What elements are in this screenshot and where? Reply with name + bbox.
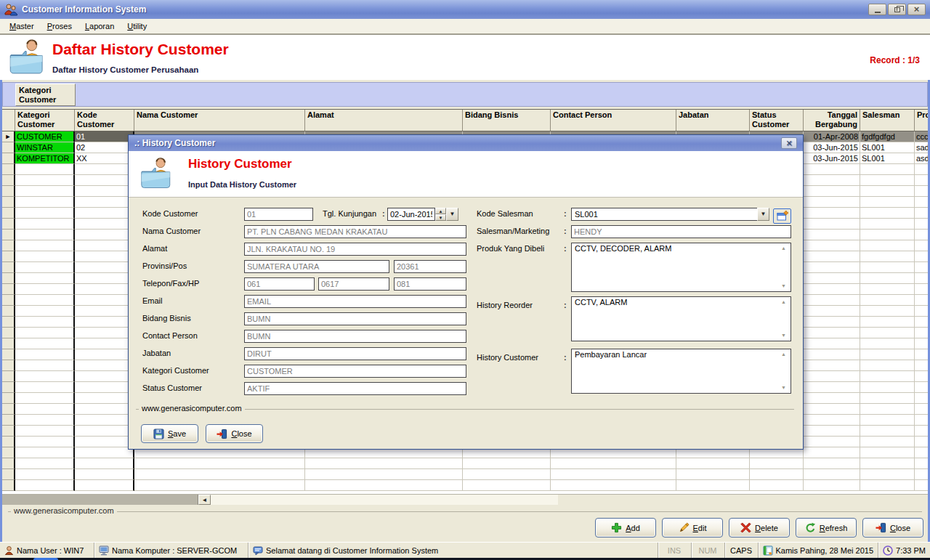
salesman-marketing-field[interactable] bbox=[571, 225, 791, 238]
scroll-up-icon[interactable]: ▲ bbox=[781, 299, 801, 304]
date-spin-down-button[interactable]: ▼ bbox=[435, 214, 446, 221]
history-reorder-textarea[interactable]: CCTV, ALARM bbox=[571, 296, 791, 341]
kode-salesman-dropdown-button[interactable]: ▼ bbox=[757, 208, 769, 221]
scroll-down-icon[interactable]: ▼ bbox=[781, 333, 801, 338]
save-button[interactable]: Save bbox=[141, 424, 198, 443]
column-header-jabatan[interactable]: Jabatan bbox=[676, 110, 750, 131]
cell-kode bbox=[75, 284, 134, 295]
cell-tanggal[interactable]: 03-Jun-2015 bbox=[804, 153, 860, 164]
email-field[interactable] bbox=[244, 295, 466, 308]
minimize-button[interactable] bbox=[868, 4, 886, 15]
delete-button[interactable]: Delete bbox=[729, 518, 790, 537]
dialog-close-button[interactable]: ✕ bbox=[781, 137, 797, 149]
contact-person-label: Contact Person bbox=[142, 331, 240, 340]
telepon-label: Telepon/Fax/HP bbox=[142, 279, 240, 288]
telepon-field[interactable] bbox=[244, 277, 315, 291]
cell-salesman[interactable]: fgdfgdfgd bbox=[860, 131, 915, 142]
cell-salesman[interactable]: SL001 bbox=[860, 153, 915, 164]
cell-salesman[interactable]: SL001 bbox=[860, 142, 915, 153]
row-selector bbox=[2, 393, 15, 404]
scroll-up-icon[interactable]: ▲ bbox=[781, 352, 801, 357]
cell-kode[interactable]: XX bbox=[75, 153, 134, 164]
pos-field[interactable] bbox=[394, 260, 466, 273]
cell-kategori[interactable]: KOMPETITOR bbox=[15, 153, 75, 164]
cell-tanggal[interactable]: 01-Apr-2008 bbox=[804, 131, 860, 142]
cell-jabatan bbox=[676, 480, 750, 491]
new-salesman-button[interactable] bbox=[773, 208, 791, 224]
dialog-close-action-button[interactable]: Close bbox=[206, 424, 263, 443]
column-header-nama[interactable]: Nama Customer bbox=[134, 110, 305, 131]
produk-dibeli-label: Produk Yang Dibeli bbox=[477, 244, 562, 253]
cell-produk[interactable]: sada bbox=[915, 142, 928, 153]
menu-item-utility[interactable]: Utility bbox=[121, 20, 153, 32]
column-header-bidang[interactable]: Bidang Bisnis bbox=[463, 110, 551, 131]
column-header-alamat[interactable]: Alamat bbox=[305, 110, 463, 131]
provinsi-pos-label: Provinsi/Pos bbox=[142, 261, 240, 270]
scrollbar-thumb[interactable] bbox=[2, 495, 198, 505]
cell-kode[interactable]: 01 bbox=[75, 131, 134, 142]
date-input[interactable] bbox=[387, 208, 435, 221]
contact-person-field[interactable] bbox=[244, 330, 466, 343]
column-header-kategori[interactable]: Kategori Customer bbox=[15, 110, 75, 131]
column-header-contact[interactable]: Contact Person bbox=[551, 110, 676, 131]
menu-item-laporan[interactable]: Laporan bbox=[78, 20, 121, 32]
alamat-field[interactable] bbox=[244, 243, 466, 256]
nama-customer-field[interactable] bbox=[244, 225, 466, 238]
date-dropdown-button[interactable]: ▼ bbox=[446, 208, 458, 221]
produk-dibeli-textarea[interactable]: CCTV, DECODER, ALARM bbox=[571, 243, 791, 292]
column-header-kode[interactable]: Kode Customer bbox=[75, 110, 134, 131]
row-selector bbox=[2, 349, 15, 360]
hp-field[interactable] bbox=[394, 277, 466, 291]
row-selector[interactable] bbox=[2, 142, 15, 153]
scrollbar-track[interactable] bbox=[211, 495, 558, 505]
edit-button[interactable]: Edit bbox=[662, 518, 723, 537]
menu-item-master[interactable]: Master bbox=[3, 20, 41, 32]
column-header-tanggal[interactable]: Tanggal Bergabung bbox=[804, 110, 860, 131]
scroll-up-icon[interactable]: ▲ bbox=[781, 245, 801, 251]
cell-kategori[interactable]: WINSTAR bbox=[15, 142, 75, 153]
row-selector[interactable]: ► bbox=[2, 131, 15, 142]
grid-hscrollbar[interactable]: ◄ bbox=[2, 494, 928, 505]
new-window-icon bbox=[777, 211, 788, 222]
provinsi-field[interactable] bbox=[244, 260, 389, 273]
status-ins: INS bbox=[658, 543, 692, 558]
menu-item-proses[interactable]: Proses bbox=[41, 20, 78, 32]
cell-produk bbox=[915, 328, 928, 338]
column-header-salesman[interactable]: Salesman bbox=[860, 110, 915, 131]
cell-produk[interactable]: asda bbox=[915, 153, 928, 164]
scroll-down-icon[interactable]: ▼ bbox=[781, 385, 801, 390]
date-spin-up-button[interactable]: ▲ bbox=[435, 208, 446, 214]
scroll-left-button[interactable]: ◄ bbox=[198, 495, 211, 505]
restore-button[interactable] bbox=[888, 4, 906, 15]
row-selector[interactable] bbox=[2, 153, 15, 164]
status-message-text: Selamat datang di Customer Information S… bbox=[266, 546, 438, 555]
kategori-customer-field[interactable] bbox=[244, 365, 466, 378]
cell-kode[interactable]: 02 bbox=[75, 142, 134, 153]
cell-kategori[interactable]: CUSTOMER bbox=[15, 131, 75, 142]
bidang-bisnis-field[interactable] bbox=[244, 312, 466, 325]
refresh-button[interactable]: Refresh bbox=[796, 518, 857, 537]
row-selector bbox=[2, 251, 15, 262]
kategori-customer-group-button[interactable]: Kategori Customer bbox=[15, 84, 76, 106]
cell-produk[interactable]: cccc bbox=[915, 131, 928, 142]
status-customer-field[interactable] bbox=[244, 382, 466, 395]
cell-kategori bbox=[15, 306, 75, 317]
kode-customer-field[interactable] bbox=[244, 208, 313, 221]
nama-customer-label: Nama Customer bbox=[142, 227, 240, 235]
add-button[interactable]: Add bbox=[595, 518, 656, 537]
minimize-icon bbox=[875, 12, 881, 13]
close-window-button[interactable]: × bbox=[907, 4, 926, 15]
kode-salesman-input[interactable] bbox=[571, 208, 757, 221]
record-toolbar: Add Edit Delete Refresh Close bbox=[595, 518, 923, 537]
scroll-down-icon[interactable]: ▼ bbox=[781, 283, 801, 288]
row-selector bbox=[2, 164, 15, 175]
close-list-button[interactable]: Close bbox=[862, 518, 923, 537]
jabatan-field[interactable] bbox=[244, 347, 466, 360]
fax-field[interactable] bbox=[318, 277, 389, 291]
row-selector bbox=[2, 240, 15, 251]
history-customer-textarea[interactable]: Pembayaran Lancar bbox=[571, 349, 791, 394]
cell-kode bbox=[75, 186, 134, 197]
cell-tanggal[interactable]: 03-Jun-2015 bbox=[804, 142, 860, 153]
column-header-status[interactable]: Status Customer bbox=[750, 110, 804, 131]
column-header-produk[interactable]: Produk bbox=[915, 110, 928, 131]
